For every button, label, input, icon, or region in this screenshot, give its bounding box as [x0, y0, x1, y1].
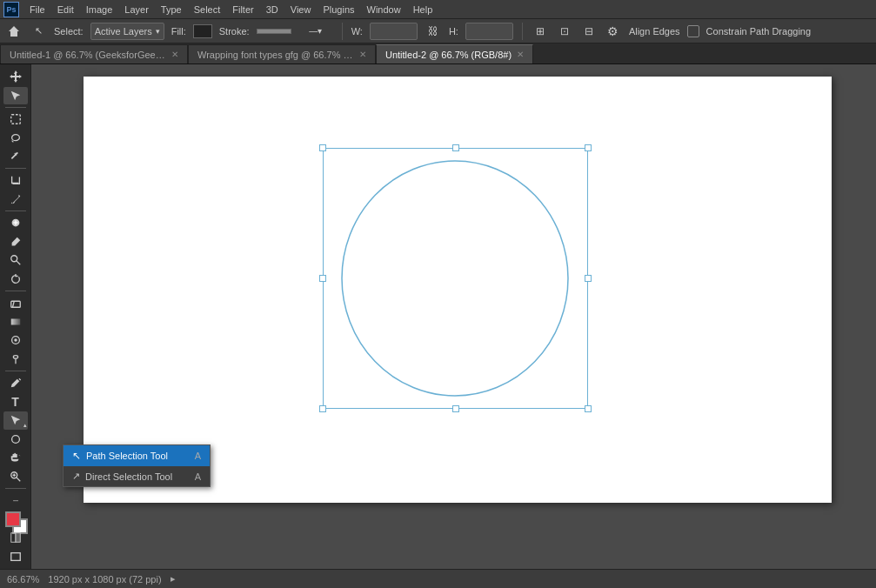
tab-0-close[interactable]: ✕: [171, 50, 178, 59]
svg-rect-9: [10, 318, 20, 324]
height-input[interactable]: [465, 23, 513, 40]
select-dropdown[interactable]: Active Layers: [90, 23, 164, 40]
gradient-tool[interactable]: [3, 313, 28, 331]
align-edges-checkbox[interactable]: [687, 25, 699, 37]
history-tool[interactable]: [3, 271, 28, 289]
ellipse-path: [323, 148, 588, 409]
status-bar: 66.67% 1920 px x 1080 px (72 ppi) ▸: [0, 569, 876, 588]
tool-sep-6: [5, 488, 26, 489]
tool-sep-2: [5, 168, 26, 169]
link-wh-btn[interactable]: ⛓: [425, 23, 442, 40]
stroke-bar[interactable]: [257, 29, 291, 34]
path-selection-icon: ↖: [72, 450, 81, 462]
separator-1: [342, 23, 343, 40]
nav-arrow[interactable]: ▸: [171, 573, 176, 585]
ctx-path-selection[interactable]: ↖ Path Selection Tool A: [64, 445, 210, 466]
ctx-path-selection-shortcut: A: [195, 451, 201, 461]
tab-2[interactable]: Untitled-2 @ 66.7% (RGB/8#) ✕: [376, 44, 533, 63]
menu-file[interactable]: File: [24, 3, 50, 17]
healing-tool[interactable]: [3, 214, 28, 232]
menu-window[interactable]: Window: [362, 3, 406, 17]
magic-wand-tool[interactable]: [3, 148, 28, 166]
menu-3d[interactable]: 3D: [261, 3, 284, 17]
svg-rect-20: [16, 533, 20, 543]
color-picker[interactable]: [3, 510, 28, 528]
menu-layer[interactable]: Layer: [119, 3, 154, 17]
menu-bar: Ps File Edit Image Layer Type Select Fil…: [0, 0, 876, 19]
tab-1-label: Wrapping font types gfg @ 66.7% (Wrappin…: [197, 50, 354, 60]
svg-line-8: [12, 301, 14, 307]
svg-line-16: [16, 478, 19, 481]
quick-mask-btn[interactable]: [3, 529, 28, 547]
shape-container[interactable]: [323, 148, 588, 409]
tabs-bar: Untitled-1 @ 66.7% (GeeksforGeeks, RGB/8…: [0, 43, 876, 64]
ctx-direct-selection[interactable]: ↗ Direct Selection Tool A: [64, 466, 210, 486]
canvas-area[interactable]: ↖ Path Selection Tool A ↗ Direct Selecti…: [31, 64, 876, 569]
main-area: T ▴ ···: [0, 64, 876, 569]
path-ops-btn[interactable]: ⊞: [532, 23, 549, 40]
svg-rect-21: [10, 552, 20, 560]
menu-filter[interactable]: Filter: [227, 3, 258, 17]
menu-select[interactable]: Select: [189, 3, 226, 17]
menu-view[interactable]: View: [285, 3, 317, 17]
path-align-btn[interactable]: ⊡: [556, 23, 573, 40]
eraser-tool[interactable]: [3, 294, 28, 312]
menu-edit[interactable]: Edit: [52, 3, 79, 17]
zoom-tool[interactable]: [3, 468, 28, 486]
hand-tool[interactable]: [3, 449, 28, 467]
menu-help[interactable]: Help: [408, 3, 438, 17]
fg-color: [5, 511, 21, 527]
menu-image[interactable]: Image: [81, 3, 118, 17]
clone-tool[interactable]: [3, 251, 28, 270]
select-label: Select:: [54, 26, 84, 37]
marquee-tool[interactable]: [3, 110, 28, 129]
tool-sep-5: [5, 371, 26, 371]
stroke-width-dropdown[interactable]: —▾: [298, 23, 333, 40]
svg-point-11: [14, 339, 17, 343]
ctx-direct-selection-shortcut: A: [195, 471, 201, 482]
direct-selection-icon: ↗: [72, 471, 80, 482]
tab-0[interactable]: Untitled-1 @ 66.7% (GeeksforGeeks, RGB/8…: [0, 44, 188, 63]
eyedropper-tool[interactable]: [3, 190, 28, 209]
move-tool[interactable]: [3, 68, 28, 86]
svg-line-2: [11, 140, 13, 142]
brush-tool[interactable]: [3, 233, 28, 251]
tab-1-close[interactable]: ✕: [359, 50, 366, 59]
move-options-btn[interactable]: ↖: [30, 23, 47, 40]
lasso-tool[interactable]: [3, 129, 28, 147]
dodge-tool[interactable]: [3, 351, 28, 369]
home-btn[interactable]: [5, 23, 23, 40]
blur-tool[interactable]: [3, 331, 28, 350]
path-select-active-tool[interactable]: [3, 87, 28, 105]
dimensions-info: 1920 px x 1080 px (72 ppi): [48, 574, 161, 585]
svg-rect-19: [10, 533, 15, 543]
fill-color-box[interactable]: [193, 24, 212, 38]
options-bar: ↖ Select: Active Layers Fill: Stroke: —▾…: [0, 19, 876, 43]
svg-point-14: [11, 435, 19, 443]
tool-sep-1: [5, 107, 26, 108]
type-tool[interactable]: T: [3, 392, 28, 411]
menu-type[interactable]: Type: [156, 3, 187, 17]
settings-btn[interactable]: ⚙: [605, 23, 622, 40]
crop-tool[interactable]: [3, 171, 28, 190]
tab-2-close[interactable]: ✕: [517, 50, 524, 59]
shape-tool[interactable]: [3, 431, 28, 449]
w-label: W:: [351, 26, 363, 37]
menu-plugins[interactable]: Plugins: [318, 3, 359, 17]
constrain-label: Constrain Path Dragging: [706, 26, 811, 37]
path-arrange-btn[interactable]: ⊟: [580, 23, 598, 40]
stroke-label: Stroke:: [219, 26, 250, 37]
svg-point-22: [342, 161, 568, 396]
ctx-direct-selection-label: Direct Selection Tool: [85, 471, 172, 482]
path-selection-tool[interactable]: ▴: [3, 411, 28, 430]
width-input[interactable]: [370, 23, 418, 40]
h-label: H:: [449, 26, 458, 37]
more-tools-btn[interactable]: ···: [3, 491, 28, 510]
zoom-level: 66.67%: [7, 574, 39, 585]
pen-tool[interactable]: [3, 374, 28, 392]
tool-sep-3: [5, 210, 26, 211]
tab-1[interactable]: Wrapping font types gfg @ 66.7% (Wrappin…: [188, 44, 376, 63]
left-toolbar: T ▴ ···: [0, 64, 31, 569]
svg-point-1: [11, 134, 19, 140]
screen-mode-btn[interactable]: [3, 548, 28, 566]
